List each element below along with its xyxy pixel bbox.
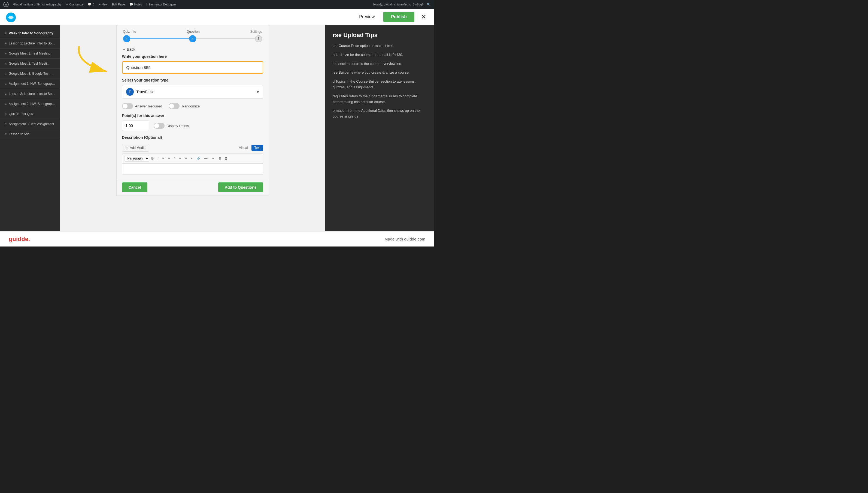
new-item[interactable]: + New — [99, 3, 107, 6]
preview-button[interactable]: Preview — [355, 12, 379, 22]
steps-bar: Quiz Info Question Settings ✓ ✓ 3 — [117, 25, 269, 44]
search-icon[interactable]: 🔍 — [427, 3, 431, 6]
grid-button[interactable]: ⊞ — [217, 155, 223, 162]
question-section-label: Write your question here — [122, 54, 263, 59]
randomize-toggle[interactable] — [169, 103, 180, 109]
code-button[interactable]: {} — [223, 155, 229, 162]
paragraph-select[interactable]: Paragraph — [124, 155, 149, 162]
link-button[interactable]: 🔗 — [195, 155, 202, 162]
step2-label: Question — [187, 30, 200, 34]
drag-icon-meet3: ≡ — [4, 71, 6, 76]
svg-text:W: W — [5, 3, 7, 6]
bottom-bar: guidde. Made with guidde.com — [0, 231, 434, 246]
right-panel-text-1: the Course Price option or make it free. — [333, 43, 426, 49]
sidebar-item-lesson3[interactable]: ≡ Lesson 3: Add — [0, 129, 60, 140]
add-media-label: Add Media — [130, 146, 145, 150]
sidebar-item-meet2[interactable]: ≡ Google Meet 2: Test Meeti... — [0, 59, 60, 69]
right-panel-text-5: d Topics in the Course Builder section t… — [333, 79, 426, 90]
description-section: Description (Optional) ⊞ Add Media Visua… — [117, 135, 269, 179]
answer-required-toggle-item: Answer Required — [122, 103, 162, 109]
text-tab-button[interactable]: Text — [251, 145, 263, 151]
sidebar-item-lesson1[interactable]: ≡ Lesson 1: Lecture: Intro to Sonogr... — [0, 39, 60, 48]
align-left-button[interactable]: ≡ — [178, 155, 183, 162]
list-button[interactable]: ≡ — [161, 155, 166, 162]
site-name-item[interactable]: Global Institute of Echocardiography — [13, 3, 61, 6]
sidebar: ≡ Week 1: Intro to Sonography ≡ Lesson 1… — [0, 25, 60, 246]
close-button[interactable]: ✕ — [419, 12, 429, 22]
sidebar-item-assignment2[interactable]: ≡ Assignment 2: HW: Sonography &... — [0, 99, 60, 109]
right-panel-text-7: ormation from the Additional Data, tion … — [333, 108, 426, 120]
sidebar-item-quiz1[interactable]: ≡ Quiz 1: Test Quiz — [0, 109, 60, 119]
sidebar-item-assignment1[interactable]: ≡ Assignment 1: HW: Sonography &... — [0, 79, 60, 89]
hr-button[interactable]: — — [203, 155, 209, 162]
ordered-list-button[interactable]: ≡ — [166, 155, 172, 162]
toggle-knob-required — [122, 104, 128, 109]
toggle-slider-randomize — [169, 103, 180, 109]
align-right-button[interactable]: ≡ — [189, 155, 194, 162]
back-button[interactable]: ← Back — [117, 44, 269, 54]
guidde-logo: guidde. — [9, 236, 30, 243]
customize-label: Customize — [69, 3, 83, 6]
customize-item[interactable]: ✏ Customize — [66, 3, 83, 6]
sidebar-label-meet3: Google Meet 3: Google Test Meet... — [9, 72, 55, 76]
answer-required-label: Answer Required — [135, 104, 162, 108]
question-type-dropdown[interactable]: T True/False ▾ — [122, 85, 263, 99]
drag-icon-assignment3: ≡ — [4, 122, 6, 126]
add-media-button[interactable]: ⊞ Add Media — [122, 144, 149, 152]
right-panel-text-2: ndard size for the course thumbnail is 0… — [333, 52, 426, 58]
italic-button[interactable]: I — [156, 155, 160, 162]
drag-icon-meet2: ≡ — [4, 61, 6, 66]
editor-toolbar: Paragraph B I ≡ ≡ ❝ ≡ ≡ ≡ 🔗 — ↔ ⊞ {} — [122, 153, 263, 164]
debugger-item[interactable]: ℹ Elementor Debugger — [146, 3, 176, 6]
toggles-row: Answer Required Randomize — [117, 103, 269, 113]
selected-type-label: True/False — [137, 90, 155, 94]
bold-button[interactable]: B — [150, 155, 156, 162]
editor-body[interactable] — [122, 164, 263, 174]
quiz-modal: Quiz Info Question Settings ✓ ✓ 3 — [116, 25, 269, 196]
true-false-icon: T — [126, 88, 134, 96]
sidebar-label-meet2: Google Meet 2: Test Meeti... — [9, 62, 50, 65]
admin-bar-right: Howdy, globalinstituteofecho_8m6pq6 🔍 — [373, 3, 431, 6]
cancel-button[interactable]: Cancel — [122, 183, 148, 192]
step1-check: ✓ — [125, 37, 128, 41]
toolbar-right: Preview Publish ✕ — [355, 12, 429, 22]
answer-required-toggle[interactable] — [122, 103, 133, 109]
visual-tab-button[interactable]: Visual — [236, 145, 250, 151]
align-center-button[interactable]: ≡ — [183, 155, 188, 162]
guidde-brand: guidde. — [9, 236, 30, 243]
sidebar-item-meet3[interactable]: ≡ Google Meet 3: Google Test Meet... — [0, 69, 60, 79]
drag-icon-lesson2: ≡ — [4, 92, 6, 96]
edit-page-item[interactable]: Edit Page — [112, 3, 125, 6]
drag-icon-lesson3: ≡ — [4, 132, 6, 136]
comments-count: 0 — [93, 3, 94, 6]
comments-item[interactable]: 💬 0 — [88, 3, 94, 6]
fullscreen-button[interactable]: ↔ — [210, 155, 216, 162]
sidebar-item-lesson2[interactable]: ≡ Lesson 2: Lecture: Intro to Sonogr... — [0, 89, 60, 99]
add-to-questions-button[interactable]: Add to Questions — [218, 183, 263, 192]
right-panel-text-3: leo section controls the course overview… — [333, 61, 426, 67]
sidebar-label-meet1: Google Meet 1: Test Meeting — [9, 51, 50, 55]
display-points-toggle[interactable] — [154, 123, 164, 129]
step1-circle: ✓ — [123, 35, 130, 42]
notes-item[interactable]: 💬 Notes — [130, 3, 142, 6]
randomize-label: Randomize — [182, 104, 200, 108]
toggle-knob-randomize — [169, 104, 174, 109]
right-panel-text-4: rse Builder is where you create & anize … — [333, 70, 426, 76]
right-panel-title-text: rse Upload Tips — [333, 31, 378, 39]
publish-button[interactable]: Publish — [383, 12, 414, 22]
question-type-section: Select your question type T True/False ▾ — [117, 78, 269, 103]
wp-logo-item[interactable]: W — [3, 2, 9, 7]
sidebar-label-assignment2: Assignment 2: HW: Sonography &... — [9, 102, 55, 106]
blockquote-button[interactable]: ❝ — [172, 155, 177, 162]
customize-icon: ✏ — [66, 3, 68, 6]
sidebar-item-assignment3[interactable]: ≡ Assignment 3: Test Assignment — [0, 119, 60, 129]
right-panel-title: rse Upload Tips — [333, 31, 426, 39]
question-input[interactable] — [122, 61, 263, 73]
points-input[interactable] — [122, 121, 149, 131]
step2-circle: ✓ — [189, 35, 196, 42]
sidebar-item-meet1[interactable]: ≡ Google Meet 1: Test Meeting — [0, 48, 60, 59]
sidebar-item-week1[interactable]: ≡ Week 1: Intro to Sonography — [0, 28, 60, 39]
step-line-2 — [196, 39, 255, 39]
sidebar-label-assignment1: Assignment 1: HW: Sonography &... — [9, 82, 55, 86]
notes-label: Notes — [134, 3, 142, 6]
